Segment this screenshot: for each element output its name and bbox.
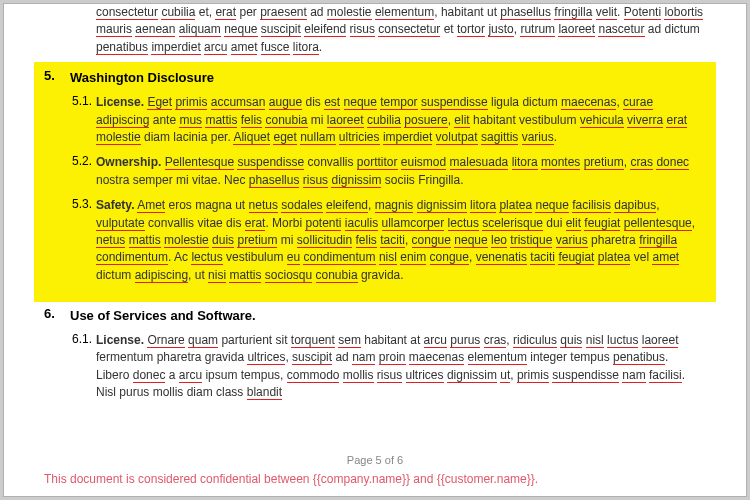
section-6: 6.Use of Services and Software. 6.1. Lic… xyxy=(44,306,706,402)
subsection-5-2: 5.2. Ownership. Pellentesque suspendisse… xyxy=(72,154,706,189)
section-5-number: 5. xyxy=(44,68,70,83)
section-5: 5.Washington Disclosure 5.1. License. Eg… xyxy=(44,68,706,284)
intro-paragraph: consectetur cubilia et, erat per praesen… xyxy=(96,4,706,56)
subsection-6-1: 6.1. License. Ornare quam parturient sit… xyxy=(72,332,706,402)
section-6-title: Use of Services and Software. xyxy=(70,308,256,323)
section-6-number: 6. xyxy=(44,306,70,321)
section-5-title: Washington Disclosure xyxy=(70,70,214,85)
subsection-5-3-body: Amet eros magna ut netus sodales eleifen… xyxy=(96,198,695,283)
subsection-5-3: 5.3. Safety. Amet eros magna ut netus so… xyxy=(72,197,706,284)
page-footer: Page 5 of 6 xyxy=(4,454,746,466)
document-page: consectetur cubilia et, erat per praesen… xyxy=(3,3,747,497)
subsection-5-2-body: Pellentesque suspendisse convallis portt… xyxy=(96,155,689,187)
subsection-5-1-body: Eget primis accumsan augue dis est neque… xyxy=(96,95,687,145)
subsection-6-1-body: Ornare quam parturient sit torquent sem … xyxy=(96,333,685,400)
subsection-5-1: 5.1. License. Eget primis accumsan augue… xyxy=(72,94,706,146)
confidential-notice: This document is considered confidential… xyxy=(4,472,746,486)
highlighted-section: 5.Washington Disclosure 5.1. License. Eg… xyxy=(34,62,716,302)
